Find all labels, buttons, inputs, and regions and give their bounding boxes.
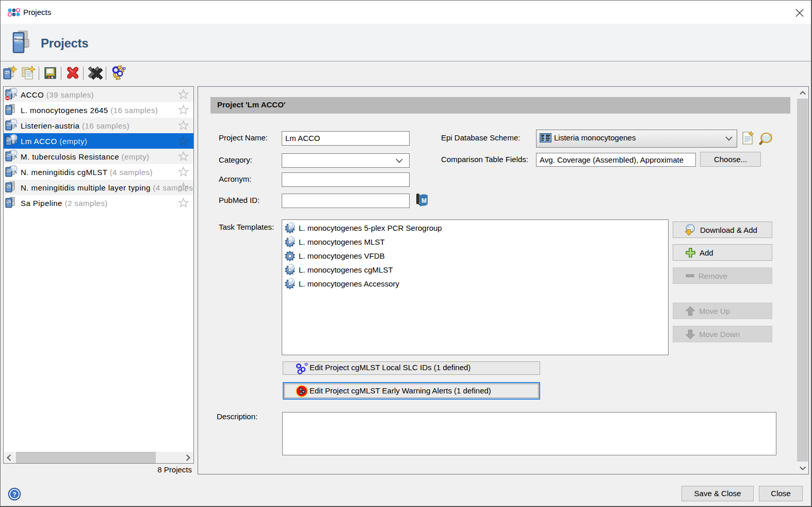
svg-text:Pro: Pro	[7, 139, 10, 141]
svg-text:Pro: Pro	[7, 170, 10, 172]
svg-text:Pro: Pro	[7, 201, 10, 203]
svg-text:M: M	[421, 197, 427, 204]
svg-text:Pro: Pro	[7, 154, 10, 156]
svg-text:?: ?	[12, 490, 17, 498]
svg-text:Pro: Pro	[7, 185, 10, 187]
svg-text:ID: ID	[122, 67, 126, 70]
svg-text:Pro: Pro	[7, 92, 10, 94]
svg-text:ID: ID	[305, 362, 308, 366]
svg-text:Proj: Proj	[5, 72, 9, 74]
svg-text:Pro: Pro	[7, 108, 10, 110]
svg-text:Projec: Projec	[14, 38, 24, 41]
svg-text:Pro: Pro	[7, 123, 10, 125]
